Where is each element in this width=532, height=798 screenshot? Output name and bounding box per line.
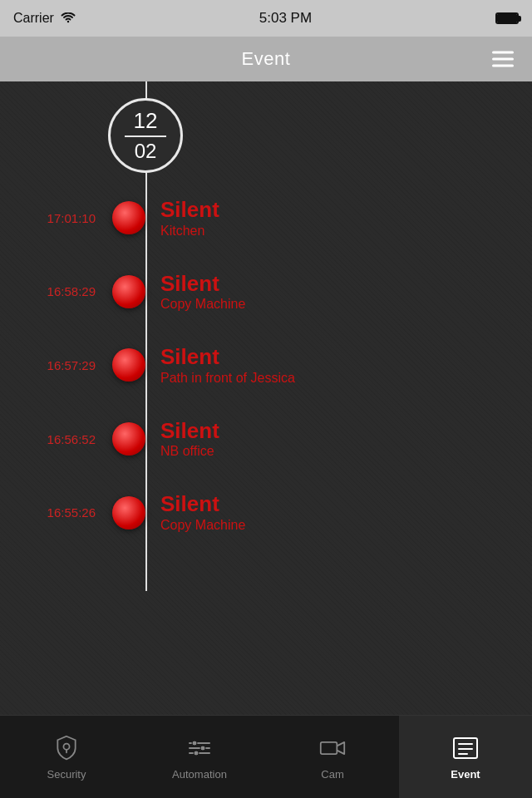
wifi-icon: [61, 12, 76, 24]
tab-automation[interactable]: Automation: [133, 716, 266, 798]
event-time: 16:58:29: [0, 284, 104, 298]
tab-cam-label: Cam: [321, 768, 343, 781]
timeline-dot: [112, 496, 145, 530]
event-type: Silent: [160, 492, 245, 516]
tab-event[interactable]: Event: [399, 716, 532, 798]
event-info: Silent Kitchen: [154, 198, 219, 239]
tab-event-label: Event: [451, 768, 480, 781]
menu-button[interactable]: [487, 47, 519, 72]
event-location: Copy Machine: [160, 297, 245, 312]
cam-icon: [318, 733, 347, 763]
svg-point-5: [192, 741, 197, 746]
date-badge: 12 02: [108, 98, 183, 173]
event-info: Silent NB office: [154, 419, 219, 460]
event-location: NB office: [160, 444, 219, 459]
status-time: 5:03 PM: [259, 10, 312, 27]
timeline-dot: [112, 422, 145, 456]
date-divider: [125, 135, 166, 137]
list-item[interactable]: 16:55:26 Silent Copy Machine: [0, 492, 532, 533]
list-item[interactable]: 16:58:29 Silent Copy Machine: [0, 272, 532, 313]
timeline-dot: [112, 201, 145, 234]
tab-automation-label: Automation: [172, 768, 227, 781]
date-day: 02: [135, 140, 157, 162]
battery-icon: [495, 12, 519, 24]
status-right: [495, 12, 519, 24]
event-info: Silent Path in front of Jessica: [154, 345, 295, 386]
tab-security[interactable]: Security: [0, 716, 133, 798]
event-location: Path in front of Jessica: [160, 371, 295, 386]
svg-rect-8: [321, 742, 337, 754]
event-type: Silent: [160, 272, 245, 296]
event-info: Silent Copy Machine: [154, 272, 245, 313]
svg-point-7: [194, 751, 199, 756]
event-icon: [451, 733, 480, 763]
list-item[interactable]: 17:01:10 Silent Kitchen: [0, 198, 532, 239]
event-type: Silent: [160, 198, 219, 222]
event-time: 16:57:29: [0, 358, 104, 372]
page-title: Event: [242, 48, 291, 70]
event-time: 17:01:10: [0, 211, 104, 225]
nav-bar: Event: [0, 37, 532, 81]
main-content: 12 02 17:01:10 Silent Kitchen 16:58:29 S…: [0, 81, 532, 715]
automation-icon: [185, 733, 214, 763]
timeline-dot: [112, 348, 145, 382]
event-time: 16:55:26: [0, 505, 104, 520]
status-left: Carrier: [13, 11, 76, 26]
date-month: 12: [134, 109, 158, 133]
timeline: 12 02 17:01:10 Silent Kitchen 16:58:29 S…: [0, 81, 532, 591]
event-location: Copy Machine: [160, 518, 245, 533]
tab-security-label: Security: [47, 768, 86, 781]
svg-point-0: [63, 744, 69, 750]
tab-bar: Security Automation Cam: [0, 715, 532, 798]
event-location: Kitchen: [160, 224, 219, 239]
event-time: 16:56:52: [0, 432, 104, 446]
tab-cam[interactable]: Cam: [266, 716, 399, 798]
security-icon: [52, 733, 81, 763]
status-bar: Carrier 5:03 PM: [0, 0, 532, 37]
event-info: Silent Copy Machine: [154, 492, 245, 533]
event-list: 17:01:10 Silent Kitchen 16:58:29 Silent …: [0, 198, 532, 533]
timeline-dot: [112, 275, 145, 308]
list-item[interactable]: 16:57:29 Silent Path in front of Jessica: [0, 345, 532, 386]
svg-point-6: [200, 746, 205, 751]
event-type: Silent: [160, 419, 219, 443]
list-item[interactable]: 16:56:52 Silent NB office: [0, 419, 532, 460]
event-type: Silent: [160, 345, 295, 369]
carrier-label: Carrier: [13, 11, 54, 26]
